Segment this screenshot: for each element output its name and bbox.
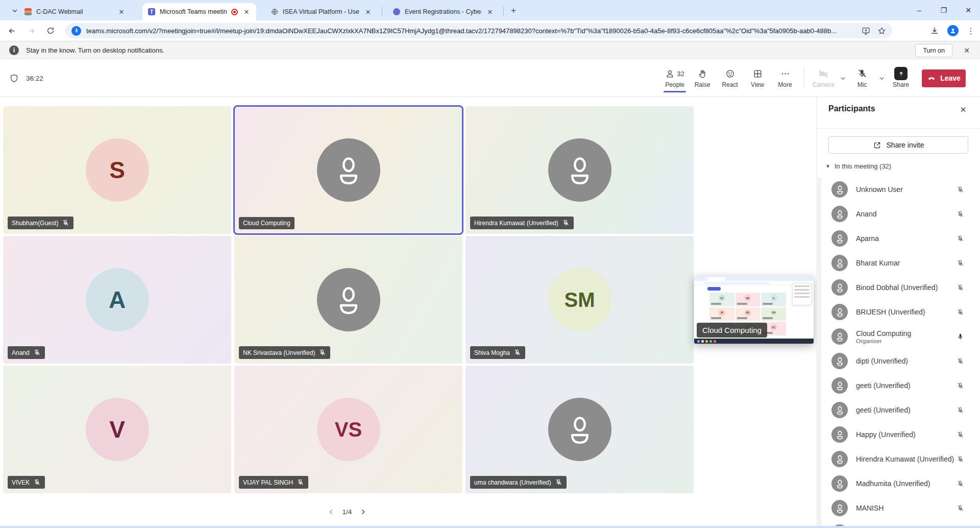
share-button[interactable]: Share (887, 68, 915, 88)
video-tile[interactable]: Cloud Computing (234, 106, 462, 234)
participant-name: Happy (Unverified) (856, 430, 963, 439)
pager-next-icon[interactable] (360, 509, 366, 515)
browser-tab[interactable]: C-DAC Webmail✕ (19, 3, 134, 20)
camera-options-chevron[interactable] (837, 76, 848, 81)
view-button[interactable]: View (744, 68, 771, 88)
person-icon (835, 258, 845, 268)
mic-options-chevron[interactable] (876, 76, 887, 81)
camera-button[interactable]: Camera (810, 68, 837, 88)
participant-row[interactable]: BRIJESH (Unverified) (817, 300, 980, 324)
participant-row[interactable]: geeti (Unverified) (817, 373, 980, 398)
mic-off-indicator (957, 505, 964, 512)
participant-row[interactable]: Happy (Unverified) (817, 422, 980, 447)
browser-tab[interactable]: TMicrosoft Teams meeting | ✕ (142, 3, 256, 20)
tab-close-button[interactable]: ✕ (485, 7, 495, 16)
mic-off-indicator (957, 357, 964, 365)
mic-off-indicator (957, 480, 964, 488)
participant-row[interactable]: MANISH (817, 496, 980, 520)
browser-tab[interactable]: ISEA Virtual Platform - User Das✕ (265, 3, 379, 20)
participant-name: Anand (856, 210, 963, 218)
browser-menu-icon[interactable]: ⋮ (967, 26, 975, 36)
people-count: 32 (677, 70, 684, 78)
people-button[interactable]: 32 People (661, 68, 689, 88)
participant-row[interactable]: dipti (Unverified) (817, 349, 980, 373)
mic-off-icon (957, 455, 964, 463)
install-app-icon[interactable] (862, 27, 870, 35)
avatar (831, 451, 848, 467)
mic-off-icon (555, 478, 562, 486)
participant-row[interactable]: Cloud ComputingOrganiser (817, 324, 980, 349)
participant-row[interactable]: Madhumita (Unverified) (817, 471, 980, 496)
participant-row[interactable]: geeti (Unverified) (817, 398, 980, 422)
site-permission-badge[interactable] (71, 26, 81, 36)
forward-icon (27, 27, 36, 35)
bookmark-star-icon[interactable] (877, 27, 886, 35)
participant-row[interactable]: Aparna (817, 226, 980, 251)
section-label: In this meeting (32) (835, 162, 891, 170)
participant-row[interactable]: Binod Dobhal (Unverified) (817, 275, 980, 300)
pager-prev-icon[interactable] (328, 509, 334, 515)
participant-row[interactable]: Hirendra Kumawat (Unverified) (817, 447, 980, 471)
video-tile[interactable]: AAnand (3, 236, 231, 364)
video-tile[interactable]: VVIVEK (3, 366, 231, 493)
tab-close-button[interactable]: ✕ (242, 7, 251, 16)
mic-off-icon (318, 349, 326, 356)
tab-close-button[interactable]: ✕ (117, 7, 126, 16)
tab-separator (503, 7, 504, 16)
share-invite-button[interactable]: Share invite (828, 136, 968, 154)
browser-profile-avatar[interactable] (947, 25, 959, 36)
new-tab-button[interactable]: + (507, 5, 520, 17)
participant-name-tag: VIVEK (8, 476, 45, 489)
participant-row[interactable]: Bharat Kumar (817, 251, 980, 275)
video-tile[interactable]: SMShiva Mogha (465, 236, 694, 364)
video-tile[interactable]: Hirendra Kumawat (Unverified) (465, 106, 694, 234)
avatar (831, 377, 848, 394)
url-text[interactable]: teams.microsoft.com/v2/?meetingjoin=true… (86, 27, 853, 35)
mic-off-icon (957, 382, 964, 390)
notification-close-button[interactable]: ✕ (962, 45, 972, 56)
more-button[interactable]: More (771, 68, 799, 88)
mic-off-icon (62, 219, 69, 227)
participant-name: Shiva Mogha (474, 349, 510, 356)
window-close-button[interactable]: ✕ (961, 6, 976, 14)
mic-label: Mic (857, 81, 867, 88)
participant-row[interactable]: Anand (817, 202, 980, 226)
video-tile[interactable]: VSVIJAY PAL SINGH (234, 366, 462, 493)
mic-off-icon (957, 259, 964, 267)
window-minimize-button[interactable]: – (912, 6, 927, 14)
turn-on-button[interactable]: Turn on (915, 44, 952, 57)
video-tile[interactable]: NK Srivastava (Unverified) (234, 236, 462, 364)
reload-button[interactable] (43, 23, 58, 38)
person-icon (835, 356, 845, 366)
downloads-icon[interactable] (930, 26, 939, 35)
tab-close-button[interactable]: ✕ (363, 7, 373, 16)
reload-icon (46, 27, 55, 35)
participant-name: Unknown User (856, 185, 963, 194)
participants-close-button[interactable]: ✕ (958, 104, 969, 115)
back-button[interactable] (4, 23, 19, 38)
in-this-meeting-section[interactable]: ▼ In this meeting (32) (825, 162, 891, 170)
mic-on-icon (957, 333, 964, 341)
view-grid-icon (753, 69, 763, 79)
participant-row[interactable]: Unknown User (817, 177, 980, 202)
url-bar[interactable]: teams.microsoft.com/v2/?meetingjoin=true… (65, 23, 892, 38)
shield-icon (9, 73, 19, 84)
react-button[interactable]: React (716, 68, 744, 88)
video-tile[interactable]: uma chandwara (Unverified) (465, 366, 694, 493)
mini-tile: HK (736, 293, 761, 306)
mic-off-icon (957, 431, 964, 439)
avatar (317, 138, 380, 202)
raise-hand-button[interactable]: Raise (689, 68, 716, 88)
leave-button[interactable]: Leave (922, 69, 966, 87)
browser-tab[interactable]: Event Registrations - Cyber Awa✕ (387, 3, 501, 20)
recording-indicator-icon (231, 9, 238, 15)
more-label: More (778, 81, 792, 88)
screen-share-preview[interactable]: CCHKAMNSSMVVSUC Cloud Computing (694, 276, 814, 344)
video-tile[interactable]: SShubham(Guest) (3, 106, 231, 234)
avatar: A (86, 268, 149, 331)
chevron-down-icon (12, 8, 18, 14)
forward-button[interactable] (23, 23, 39, 38)
window-restore-button[interactable]: ❐ (936, 6, 951, 14)
participant-name: VIJAY PAL SINGH (243, 479, 293, 486)
mic-button[interactable]: Mic (848, 68, 876, 88)
